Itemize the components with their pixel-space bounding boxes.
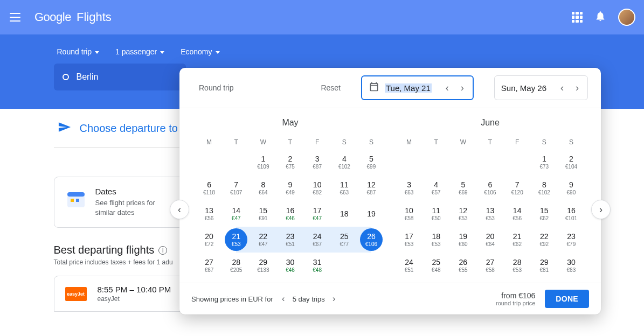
calendar-day[interactable]: 3€87 (304, 149, 331, 175)
calendar-day[interactable]: 26€55 (449, 253, 476, 278)
day-price: €57 (432, 190, 441, 195)
calendar-day[interactable]: 7€120 (504, 175, 531, 201)
day-number: 8 (542, 181, 546, 188)
calendar-day[interactable]: 6€106 (476, 175, 503, 201)
calendar-day[interactable]: 18 (331, 201, 358, 227)
next-month-button[interactable]: › (591, 200, 611, 219)
apps-icon[interactable] (572, 12, 583, 23)
calendar-day[interactable]: 29€133 (250, 253, 276, 278)
calendar-day[interactable]: 9€49 (276, 175, 303, 201)
calendar-day[interactable]: 13€56 (196, 201, 223, 227)
avatar[interactable] (618, 9, 635, 26)
trip-length-prev-button[interactable]: ‹ (276, 292, 290, 306)
calendar-day[interactable]: 12€53 (449, 201, 476, 227)
day-price: €47 (259, 242, 268, 247)
calendar-day[interactable]: 25€48 (423, 253, 449, 278)
calendar-day[interactable]: 11€50 (423, 201, 449, 227)
calendar-day[interactable]: 16€101 (558, 201, 585, 227)
return-next-button[interactable]: › (570, 81, 584, 95)
day-price: €79 (567, 242, 576, 247)
flight-result-row[interactable]: easyJet 8:55 PM – 10:40 PM easyJet (54, 276, 186, 312)
calendar-day[interactable]: 28€205 (223, 253, 250, 278)
return-prev-button[interactable]: ‹ (555, 81, 569, 95)
calendar-day[interactable]: 10€82 (304, 175, 331, 201)
calendar-day[interactable]: 24€67 (304, 227, 331, 253)
day-number: 29 (540, 258, 549, 266)
info-icon[interactable]: i (158, 246, 167, 255)
calendar-day[interactable]: 26€106 (358, 227, 385, 253)
trip-length-next-button[interactable]: › (327, 292, 341, 306)
calendar-day[interactable]: 18€53 (423, 227, 449, 253)
day-number: 20 (486, 233, 495, 240)
calendar-day[interactable]: 21€62 (504, 227, 531, 253)
prev-month-button[interactable]: ‹ (170, 200, 189, 219)
reset-button[interactable]: Reset (321, 83, 341, 92)
calendar-day[interactable]: 17€53 (396, 227, 423, 253)
day-price: €87 (313, 164, 322, 170)
logo[interactable]: Google Flights (34, 10, 112, 24)
calendar-day[interactable]: 7€107 (223, 175, 250, 201)
calendar-day[interactable]: 27€67 (196, 253, 223, 278)
menu-icon[interactable] (9, 11, 22, 24)
calendar-day[interactable]: 10€58 (396, 201, 423, 227)
calendar-day[interactable]: 2€104 (558, 149, 585, 175)
day-price: €49 (286, 190, 295, 195)
depart-next-button[interactable]: › (455, 81, 469, 95)
depart-prev-button[interactable]: ‹ (440, 81, 454, 95)
calendar-day[interactable]: 13€53 (476, 201, 503, 227)
calendar-day[interactable]: 2€75 (276, 149, 303, 175)
calendar-day[interactable]: 30€46 (276, 253, 303, 278)
calendar-day[interactable]: 22€92 (531, 227, 558, 253)
passengers-select[interactable]: 1 passenger (115, 47, 164, 56)
origin-input[interactable]: Berlin (54, 64, 186, 90)
calendar-day[interactable]: 20€64 (476, 227, 503, 253)
calendar-day[interactable]: 17€47 (304, 201, 331, 227)
calendar-day[interactable]: 4€57 (423, 175, 449, 201)
calendar-day[interactable]: 22€47 (250, 227, 276, 253)
calendar-day[interactable]: 1€109 (250, 149, 276, 175)
calendar-day[interactable]: 4€102 (331, 149, 358, 175)
calendar-day[interactable]: 9€90 (558, 175, 585, 201)
calendar-day[interactable]: 3€63 (396, 175, 423, 201)
calendar-day[interactable]: 5€99 (358, 149, 385, 175)
trip-type-select[interactable]: Round trip (57, 47, 100, 56)
return-date-field[interactable]: Sun, May 26 ‹ › (494, 75, 588, 100)
calendar-day[interactable]: 19 (358, 201, 385, 227)
calendar-day[interactable]: 6€118 (196, 175, 223, 201)
dates-card[interactable]: Dates See flight prices for similar date… (54, 177, 186, 228)
calendar-day[interactable]: 16€46 (276, 201, 303, 227)
calendar-day[interactable]: 23€51 (276, 227, 303, 253)
day-number: 14 (232, 207, 240, 214)
calendar-day[interactable]: 23€79 (558, 227, 585, 253)
calendar-day[interactable]: 15€91 (250, 201, 276, 227)
calendar-day[interactable]: 5€69 (449, 175, 476, 201)
calendar-day[interactable]: 27€58 (476, 253, 503, 278)
done-button[interactable]: DONE (545, 290, 589, 308)
calendar-day[interactable]: 8€64 (250, 175, 276, 201)
calendar-day[interactable]: 25€77 (331, 227, 358, 253)
calendar-day[interactable]: 30€63 (558, 253, 585, 278)
calendar-day[interactable]: 31€48 (304, 253, 331, 278)
calendar-day[interactable]: 20€72 (196, 227, 223, 253)
depart-date-field[interactable]: Tue, May 21 ‹ › (361, 75, 474, 100)
calendar-day[interactable]: 19€60 (449, 227, 476, 253)
day-price: €46 (286, 268, 295, 273)
calendar-day[interactable]: 14€56 (504, 201, 531, 227)
calendar-day[interactable]: 29€81 (531, 253, 558, 278)
calendar-day[interactable]: 21€53 (223, 227, 250, 253)
day-price: €99 (367, 164, 376, 170)
calendar-day[interactable]: 1€73 (531, 149, 558, 175)
flights-wordmark: Flights (77, 10, 112, 24)
notifications-icon[interactable] (594, 10, 606, 24)
picker-trip-label[interactable]: Round trip (199, 83, 234, 92)
calendar-day[interactable]: 12€87 (358, 175, 385, 201)
month-name: May (196, 118, 385, 128)
calendar-day[interactable]: 24€51 (396, 253, 423, 278)
calendar-day[interactable]: 14€47 (223, 201, 250, 227)
calendar-day[interactable]: 11€63 (331, 175, 358, 201)
calendar-day[interactable]: 8€102 (531, 175, 558, 201)
calendar-icon (369, 81, 379, 94)
calendar-day[interactable]: 28€53 (504, 253, 531, 278)
calendar-day[interactable]: 15€62 (531, 201, 558, 227)
cabin-select[interactable]: Economy (181, 47, 219, 56)
